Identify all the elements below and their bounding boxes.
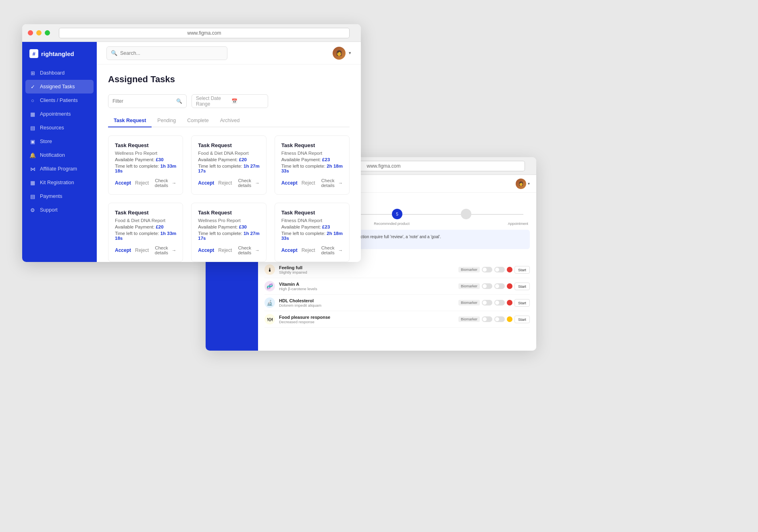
concern-actions-hdl: Biomarker Start xyxy=(458,299,530,307)
task-card-title-3: Task Request xyxy=(281,142,343,148)
filters-row: 🔍 Select Date Range 📅 xyxy=(108,94,350,108)
concern-actions-feeling: Biomarker Start xyxy=(458,266,530,274)
search-input[interactable] xyxy=(120,50,223,56)
main-content: 🔍 👩 ▾ Assigned Tasks 🔍 xyxy=(97,42,361,262)
task-card-time-5: Time left to complete: 1h 27m 17s xyxy=(198,231,259,241)
accept-btn-1[interactable]: Accept xyxy=(115,180,131,186)
check-details-btn-1[interactable]: Check details → xyxy=(153,178,176,188)
filter-text-input[interactable] xyxy=(112,98,173,104)
start-btn-feeling[interactable]: Start xyxy=(514,266,530,274)
concern-desc-hdl: Dolorem impedit aliquam xyxy=(279,303,454,308)
toggle-vitamin[interactable] xyxy=(482,283,492,289)
check-details-btn-2[interactable]: Check details → xyxy=(236,178,259,188)
sidebar: # rightangled ⊞ Dashboard ✓ Assigned Tas… xyxy=(22,42,97,262)
check-details-btn-5[interactable]: Check details → xyxy=(236,245,259,255)
concern-actions-vitamin: Biomarker Start xyxy=(458,283,530,290)
tab-pending[interactable]: Pending xyxy=(152,114,181,127)
concern-name-hdl: HDL Cholesterol xyxy=(279,298,454,303)
sidebar-label-support: Support xyxy=(40,207,58,213)
reject-btn-4[interactable]: Reject xyxy=(135,247,149,253)
sidebar-item-clients[interactable]: ○ Clients / Patients xyxy=(22,94,97,107)
task-card-1: Task Request Wellness Pro Report Availab… xyxy=(108,135,183,195)
concern-icon-vitamin: 🧬 xyxy=(264,281,275,291)
top-bar: 🔍 👩 ▾ xyxy=(97,42,361,64)
concern-desc-vitamin: High β-carotene levels xyxy=(279,287,454,291)
search-box[interactable]: 🔍 xyxy=(106,46,227,60)
sidebar-item-affiliate[interactable]: ⋈ Affiliate Program xyxy=(22,162,97,176)
check-details-btn-4[interactable]: Check details → xyxy=(153,245,176,255)
toggle-feeling-2[interactable] xyxy=(494,267,505,272)
browser-url-bar[interactable]: www.figma.com xyxy=(59,28,350,38)
tab-complete[interactable]: Complete xyxy=(181,114,214,127)
sidebar-label-clients: Clients / Patients xyxy=(40,98,78,103)
task-card-payment-1: Available Payment: £30 xyxy=(115,157,176,162)
browser-minimize-dot[interactable] xyxy=(36,30,42,35)
toggle-hdl[interactable] xyxy=(482,300,492,305)
reject-btn-1[interactable]: Reject xyxy=(135,180,149,186)
kit-icon: ▦ xyxy=(29,179,36,186)
toggle-vitamin-2[interactable] xyxy=(494,283,505,289)
concern-texts-vitamin: Vitamin A High β-carotene levels xyxy=(279,282,454,291)
browser-close-dot[interactable] xyxy=(28,30,33,35)
sidebar-item-notification[interactable]: 🔔 Notification xyxy=(22,148,97,162)
toggle-feeling[interactable] xyxy=(482,267,492,272)
concern-icon-hdl: 🔬 xyxy=(264,297,275,308)
filter-input-box[interactable]: 🔍 xyxy=(108,94,187,108)
step-label-product: Recommnded product xyxy=(374,222,410,226)
avatar[interactable]: 👩 xyxy=(333,47,346,60)
resources-icon: ▤ xyxy=(29,125,36,131)
sidebar-item-dashboard[interactable]: ⊞ Dashboard xyxy=(22,66,97,80)
accept-btn-2[interactable]: Accept xyxy=(198,180,214,186)
sidebar-item-assigned-tasks[interactable]: ✓ Assigned Tasks xyxy=(25,80,94,94)
date-range-input[interactable]: Select Date Range 📅 xyxy=(192,94,268,108)
toggle-food[interactable] xyxy=(482,316,492,322)
tab-task-request[interactable]: Task Request xyxy=(108,114,152,127)
progress-step-5[interactable]: 5 xyxy=(392,209,402,219)
check-details-btn-3[interactable]: Check details → xyxy=(319,178,343,188)
arrow-icon-3: → xyxy=(338,181,343,185)
sidebar-item-kit[interactable]: ▦ Kit Registration xyxy=(22,176,97,189)
home-icon: ⊞ xyxy=(29,70,36,76)
tab-archived[interactable]: Archived xyxy=(214,114,246,127)
start-btn-food[interactable]: Start xyxy=(514,316,530,323)
sidebar-item-support[interactable]: ⚙ Support xyxy=(22,203,97,217)
sidebar-item-appointments[interactable]: ▦ Appointments xyxy=(22,107,97,121)
task-card-actions-1: Accept Reject Check details → xyxy=(115,178,176,188)
avatar-2[interactable]: 👩 xyxy=(516,179,526,189)
progress-step-6[interactable] xyxy=(461,209,471,219)
accept-btn-4[interactable]: Accept xyxy=(115,247,131,253)
reject-btn-3[interactable]: Reject xyxy=(302,180,315,186)
start-btn-vitamin[interactable]: Start xyxy=(514,283,530,290)
reject-btn-6[interactable]: Reject xyxy=(302,247,315,253)
task-card-subtitle-4: Food & Diet DNA Report xyxy=(115,218,176,223)
sidebar-logo: # rightangled xyxy=(22,49,97,66)
biomarker-tag-vitamin: Biomarker xyxy=(458,283,480,289)
toggle-hdl-2[interactable] xyxy=(494,300,505,305)
concern-actions-food: Biomarker Start xyxy=(458,316,530,323)
reject-btn-2[interactable]: Reject xyxy=(218,180,232,186)
sidebar-item-resources[interactable]: ▤ Resources xyxy=(22,121,97,135)
sidebar-label-kit: Kit Registration xyxy=(40,180,74,185)
task-card-subtitle-1: Wellness Pro Report xyxy=(115,151,176,156)
avatar2-caret[interactable]: ▾ xyxy=(528,181,530,186)
arrow-icon-5: → xyxy=(255,248,260,253)
sidebar-label-store: Store xyxy=(40,139,52,144)
accept-btn-3[interactable]: Accept xyxy=(281,180,298,186)
arrow-icon-2: → xyxy=(255,181,260,185)
task-card-time-3: Time left to complete: 2h 18m 33s xyxy=(281,164,343,173)
accept-btn-6[interactable]: Accept xyxy=(281,247,298,253)
concern-desc-food: Decreased response xyxy=(279,320,454,324)
sidebar-item-store[interactable]: ▣ Store xyxy=(22,135,97,148)
red-dot-hdl xyxy=(507,300,512,305)
reject-btn-5[interactable]: Reject xyxy=(218,247,232,253)
concern-item-hdl: 🔬 HDL Cholesterol Dolorem impedit aliqua… xyxy=(264,295,530,311)
toggle-food-2[interactable] xyxy=(494,316,505,322)
start-btn-hdl[interactable]: Start xyxy=(514,299,530,307)
browser-maximize-dot[interactable] xyxy=(45,30,50,35)
sidebar-item-payments[interactable]: ▤ Payments xyxy=(22,189,97,203)
task-card-actions-2: Accept Reject Check details → xyxy=(198,178,259,188)
avatar-caret[interactable]: ▾ xyxy=(349,50,351,56)
check-details-btn-6[interactable]: Check details → xyxy=(319,245,343,255)
step-label-appointment: Appointment xyxy=(508,222,528,226)
accept-btn-5[interactable]: Accept xyxy=(198,247,214,253)
